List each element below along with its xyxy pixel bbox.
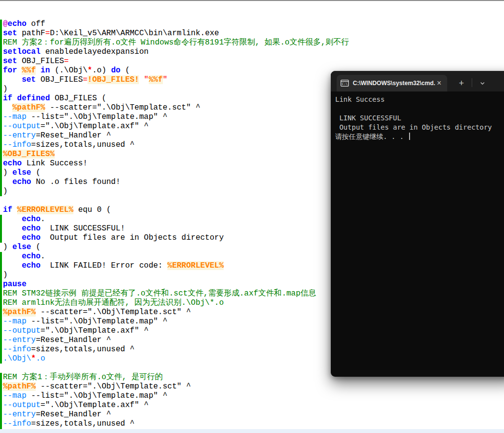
change-marker xyxy=(0,391,2,401)
chevron-down-icon xyxy=(480,80,485,86)
change-marker xyxy=(0,113,2,122)
change-marker xyxy=(0,168,2,178)
code-line: --info=sizes,totals,unused ^ xyxy=(0,419,504,429)
change-marker xyxy=(0,280,2,289)
change-marker xyxy=(0,326,2,336)
change-marker xyxy=(0,308,2,317)
change-marker xyxy=(0,66,2,75)
change-marker xyxy=(0,224,2,233)
svg-text:C:\: C:\ xyxy=(342,82,348,86)
terminal-output-line: 请按任意键继续. . . xyxy=(335,132,504,141)
tab-close-icon[interactable]: × xyxy=(435,79,443,87)
change-marker xyxy=(0,47,2,57)
change-marker xyxy=(0,261,2,271)
new-tab-button[interactable]: + xyxy=(454,75,469,91)
terminal-tab-title: C:\WINDOWS\system32\cmd. xyxy=(353,80,435,87)
change-marker xyxy=(0,215,2,224)
change-marker xyxy=(0,75,2,85)
terminal-output-line: Output files are in Objects directory xyxy=(335,123,504,132)
change-marker xyxy=(0,419,2,429)
terminal-cursor xyxy=(409,133,410,140)
code-line: setlocal enabledelayedexpansion xyxy=(0,47,504,57)
code-line: --entry=Reset_Handler ^ xyxy=(0,410,504,419)
terminal-window[interactable]: C:\ C:\WINDOWS\system32\cmd. × + Link Su… xyxy=(331,71,504,377)
change-marker xyxy=(0,289,2,298)
tab-dropdown-button[interactable] xyxy=(475,75,490,91)
terminal-output-line xyxy=(335,104,504,114)
change-marker xyxy=(0,85,2,94)
change-marker xyxy=(0,252,2,261)
change-marker xyxy=(0,150,2,159)
change-marker xyxy=(0,20,2,29)
change-marker xyxy=(0,94,2,103)
change-marker xyxy=(0,345,2,354)
change-marker xyxy=(0,336,2,345)
terminal-output: Link Success LINK SUCCESSFUL Output file… xyxy=(331,91,504,141)
code-line: --output=".\Obj\Template.axf" ^ xyxy=(0,401,504,410)
change-marker xyxy=(0,178,2,187)
code-line: @echo off xyxy=(0,20,504,29)
change-marker xyxy=(0,382,2,391)
change-marker xyxy=(0,298,2,308)
cmd-icon: C:\ xyxy=(341,80,349,87)
change-marker xyxy=(0,410,2,419)
code-line: set OBJ_FILES= xyxy=(0,57,504,66)
code-line: REM 方案2：for遍历得到所有.o文件 Windows命令行有8191字符限… xyxy=(0,38,504,47)
terminal-output-line: Link Success xyxy=(335,95,504,104)
code-line: set pathF=D:\Keil_v5\ARM\ARMCC\bin\armli… xyxy=(0,29,504,38)
change-marker xyxy=(0,29,2,38)
change-marker xyxy=(0,57,2,66)
change-marker xyxy=(0,401,2,410)
code-line: %pathF% --scatter=".\Obj\Template.sct" ^ xyxy=(0,382,504,391)
change-marker xyxy=(0,103,2,113)
terminal-output-line: LINK SUCCESSFUL xyxy=(335,114,504,123)
terminal-tab[interactable]: C:\ C:\WINDOWS\system32\cmd. × xyxy=(337,75,447,91)
change-marker xyxy=(0,373,2,382)
horizontal-scrollbar[interactable] xyxy=(0,429,504,433)
change-marker xyxy=(0,271,2,280)
change-marker xyxy=(0,233,2,243)
code-line: --map --list=".\Obj\Template.map" ^ xyxy=(0,391,504,401)
change-marker xyxy=(0,122,2,131)
change-marker xyxy=(0,317,2,326)
change-marker xyxy=(0,354,2,364)
change-marker xyxy=(0,140,2,150)
tabbar-separator xyxy=(472,78,472,87)
change-marker xyxy=(0,159,2,168)
change-marker xyxy=(0,131,2,140)
terminal-tabbar: C:\ C:\WINDOWS\system32\cmd. × + xyxy=(331,71,504,91)
screen: @echo offset pathF=D:\Keil_v5\ARM\ARMCC\… xyxy=(0,0,504,433)
change-marker xyxy=(0,38,2,47)
change-marker xyxy=(0,187,2,196)
